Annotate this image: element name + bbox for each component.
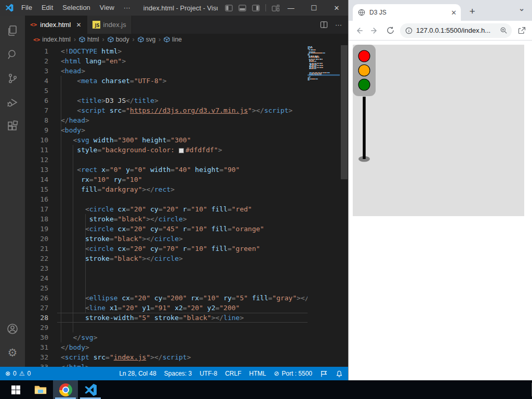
menu-file[interactable]: File <box>17 0 37 16</box>
code-line[interactable] <box>61 273 308 283</box>
toggle-panel-icon[interactable] <box>238 4 246 12</box>
notifications-bell-icon[interactable] <box>336 370 343 378</box>
tab-title: D3 JS <box>369 9 447 16</box>
eol-setting[interactable]: CRLF <box>225 370 241 377</box>
code-line[interactable] <box>61 155 308 165</box>
forward-button[interactable] <box>367 23 382 38</box>
code-line[interactable]: <body> <box>61 125 308 135</box>
chevron-down-icon[interactable]: ⌄ <box>518 4 525 12</box>
tab-close-icon[interactable]: ✕ <box>76 21 82 29</box>
line-number: 12 <box>25 155 59 165</box>
html-file-icon: <> <box>30 21 37 28</box>
code-line[interactable]: <ellipse cx="20" cy="200" rx="10" ry="5"… <box>61 293 308 303</box>
code-line[interactable]: <svg width="300" height="300" <box>61 135 308 145</box>
code-line[interactable]: <circle cx="20" cy="70" r="10" fill="gre… <box>61 244 308 254</box>
flag-icon[interactable] <box>320 370 328 378</box>
menu-edit[interactable]: Edit <box>37 0 58 16</box>
code-line[interactable]: stroke="black"></circle> <box>61 214 308 224</box>
line-number: 16 <box>25 194 59 204</box>
new-tab-button[interactable]: + <box>465 4 480 19</box>
chrome-taskbar-icon[interactable] <box>53 380 78 399</box>
code-line[interactable]: <line x1="20" y1="91" x2="20" y2="200" <box>61 303 308 313</box>
breadcrumb-file[interactable]: <> index.html <box>33 36 71 43</box>
live-server-port[interactable]: ⊘ Port : 5500 <box>274 370 312 377</box>
code-line[interactable]: </body> <box>61 342 308 352</box>
settings-gear-icon[interactable]: ⚙ <box>0 341 25 365</box>
code-line[interactable] <box>61 283 308 293</box>
address-bar[interactable]: 127.0.0.1:5500/index.h... <box>400 23 512 38</box>
code-line[interactable] <box>61 194 308 204</box>
file-explorer-taskbar-icon[interactable] <box>28 380 53 399</box>
code-line[interactable]: stroke="black"></circle> <box>61 234 308 244</box>
browser-tab[interactable]: D3 JS ✕ <box>353 4 461 21</box>
editor-scrollbar[interactable] <box>341 45 348 179</box>
account-icon[interactable] <box>0 317 25 341</box>
tab-index-js[interactable]: JS index.js <box>87 16 132 34</box>
reload-button[interactable] <box>383 23 397 38</box>
menu-view[interactable]: View <box>95 0 119 16</box>
back-button[interactable] <box>352 23 366 38</box>
code-line[interactable]: <html lang="en"> <box>61 56 308 66</box>
language-mode[interactable]: HTML <box>249 370 267 377</box>
breadcrumb-line[interactable]: line <box>164 36 182 43</box>
code-line[interactable]: <rect x="0" y="0" width="40" height="90" <box>61 165 308 175</box>
info-icon[interactable] <box>405 27 413 34</box>
code-line[interactable]: <head> <box>61 66 308 76</box>
url-text[interactable]: 127.0.0.1:5500/index.h... <box>416 26 496 34</box>
start-button[interactable] <box>3 380 28 399</box>
code-line[interactable]: rx="10" ry="10" <box>61 175 308 184</box>
encoding-setting[interactable]: UTF-8 <box>200 370 217 377</box>
code-line[interactable]: <circle cx="20" cy="45" r="10" fill="ora… <box>61 224 308 234</box>
share-icon[interactable] <box>514 23 529 38</box>
split-editor-icon[interactable] <box>320 21 328 29</box>
customize-layout-icon[interactable] <box>272 4 280 12</box>
code-line[interactable]: <title>D3 JS</title> <box>61 96 308 105</box>
breadcrumb-body[interactable]: body <box>108 36 129 43</box>
code-editor[interactable]: 1234567891011121314151617181920212223242… <box>25 45 348 367</box>
run-debug-icon[interactable] <box>0 90 25 114</box>
maximize-button[interactable]: ☐ <box>302 0 325 16</box>
close-button[interactable]: ✕ <box>325 0 348 16</box>
code-line[interactable]: <!DOCTYPE html> <box>61 46 308 56</box>
code-line[interactable] <box>61 86 308 96</box>
source-control-icon[interactable] <box>0 66 25 90</box>
code-line[interactable]: stroke="black"></circle> <box>61 254 308 263</box>
menu-more[interactable]: ··· <box>119 0 135 16</box>
extensions-icon[interactable] <box>0 114 25 138</box>
menu-selection[interactable]: Selection <box>58 0 95 16</box>
more-actions-icon[interactable]: ··· <box>335 21 342 29</box>
tab-index-html[interactable]: <> index.html ✕ <box>25 16 87 34</box>
code-line[interactable]: stroke-width="5" stroke="black"></line> <box>61 313 308 323</box>
explorer-icon[interactable] <box>0 19 25 43</box>
line-number: 28 <box>25 313 59 323</box>
toggle-secondary-sidebar-icon[interactable] <box>252 4 260 12</box>
code-line[interactable]: fill="darkgray"></rect> <box>61 184 308 194</box>
indentation-setting[interactable]: Spaces: 3 <box>164 370 192 377</box>
code-line[interactable]: <meta charset="UTF-8"> <box>61 76 308 86</box>
line-number: 5 <box>25 86 59 96</box>
toggle-sidebar-icon[interactable] <box>225 4 233 12</box>
code-line[interactable]: <script src="https://d3js.org/d3.v7.min.… <box>61 105 308 115</box>
zoom-icon[interactable] <box>500 26 508 34</box>
vscode-taskbar-icon[interactable] <box>78 380 103 399</box>
breadcrumb-html[interactable]: html <box>79 36 99 43</box>
svg-preview-container <box>353 45 528 218</box>
code-area[interactable]: <!DOCTYPE html><html lang="en"><head> <m… <box>61 46 308 367</box>
code-line[interactable]: <circle cx="20" cy="20" r="10" fill="red… <box>61 204 308 214</box>
code-line[interactable]: </svg> <box>61 332 308 342</box>
cursor-position[interactable]: Ln 28, Col 48 <box>119 370 156 377</box>
code-line[interactable] <box>61 263 308 273</box>
minimize-button[interactable]: — <box>280 0 302 16</box>
line-number: 27 <box>25 303 59 313</box>
problems-indicator[interactable]: ⊗ 0 ⚠ 0 <box>5 370 31 377</box>
code-line[interactable] <box>61 323 308 332</box>
code-line[interactable]: <script src="index.js"></script> <box>61 352 308 362</box>
color-swatch[interactable] <box>179 148 184 153</box>
breadcrumb-svg[interactable]: svg <box>138 36 156 43</box>
code-line[interactable]: style="background-color: #dfdfdf"> <box>61 145 308 155</box>
search-icon[interactable] <box>0 43 25 66</box>
code-line[interactable]: </html> <box>61 362 308 367</box>
tab-close-icon[interactable]: ✕ <box>451 9 457 17</box>
chevron-right-icon: › <box>74 36 76 43</box>
code-line[interactable]: </head> <box>61 115 308 125</box>
